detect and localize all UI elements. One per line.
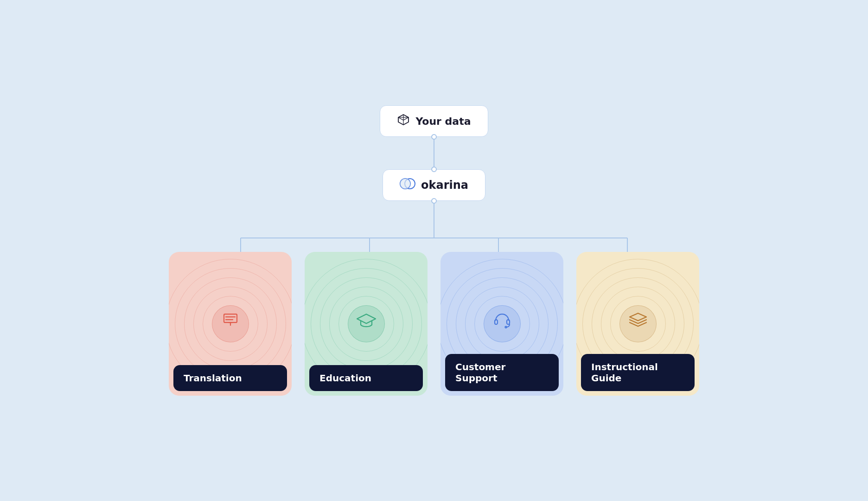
cube-icon: [397, 113, 410, 129]
support-card[interactable]: Customer Support: [440, 252, 563, 396]
your-data-box: Your data: [380, 105, 488, 137]
your-data-node: Your data: [380, 105, 488, 169]
support-label: Customer Support: [445, 354, 559, 391]
guide-card[interactable]: Instructional Guide: [576, 252, 699, 396]
layers-icon: [628, 310, 648, 333]
branch-svg: [179, 224, 689, 252]
headset-icon: [492, 310, 512, 333]
okarina-box: okarina: [383, 169, 485, 201]
your-data-label: Your data: [415, 116, 471, 127]
okarina-logo-icon: [400, 177, 415, 193]
svg-marker-18: [630, 313, 646, 321]
cards-row: Translation Education: [169, 252, 699, 396]
diagram-container: Your data okarina: [179, 105, 689, 396]
svg-marker-14: [357, 314, 376, 323]
text-align-icon: [221, 310, 240, 333]
okarina-label: okarina: [421, 179, 468, 192]
translation-card[interactable]: Translation: [169, 252, 292, 396]
education-label: Education: [309, 365, 423, 391]
guide-label: Instructional Guide: [581, 354, 695, 391]
svg-point-2: [400, 179, 410, 189]
graduation-icon: [356, 310, 377, 333]
translation-label: Translation: [173, 365, 287, 391]
svg-rect-9: [224, 314, 237, 322]
okarina-node: okarina: [383, 169, 485, 224]
tree-branches: [179, 224, 689, 252]
education-card[interactable]: Education: [305, 252, 428, 396]
